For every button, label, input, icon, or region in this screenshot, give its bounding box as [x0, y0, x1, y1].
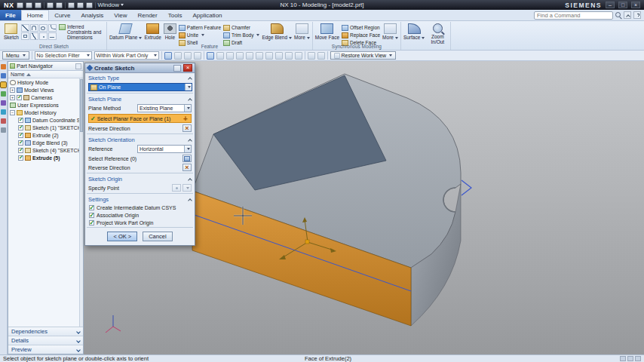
help-icon[interactable]	[633, 11, 641, 19]
checkbox[interactable]	[18, 125, 23, 130]
section-sketch-orientation[interactable]: Sketch Orientation	[85, 135, 195, 144]
trim-body-button[interactable]: Trim Body	[223, 32, 259, 38]
restore-work-view-button[interactable]: Restore Work View	[330, 51, 397, 60]
window-menu[interactable]: Window	[98, 2, 124, 8]
mid-point-icon[interactable]	[226, 52, 234, 60]
status-alert-icon[interactable]	[620, 356, 626, 361]
tree-item-model-history[interactable]: Model History	[8, 109, 79, 116]
offset-region-button[interactable]: Offset Region	[342, 24, 380, 31]
checkbox[interactable]	[18, 140, 23, 146]
reference-dropdown[interactable]: Horizontal	[137, 145, 192, 153]
menu-button[interactable]: Menu	[2, 51, 29, 60]
tree-item-sketch-1[interactable]: Sketch (1) "SKETCH_00...	[8, 124, 79, 131]
tab-analysis[interactable]: Analysis	[75, 10, 109, 20]
highlight-icon[interactable]	[174, 52, 182, 60]
status-resize-grip-icon[interactable]	[635, 356, 641, 361]
expand-icon[interactable]	[10, 95, 15, 100]
arc-center-icon[interactable]	[256, 52, 263, 60]
section-dependencies[interactable]: Dependencies	[8, 327, 83, 336]
rectangle-icon[interactable]	[21, 32, 29, 40]
assembly-navigator-icon[interactable]	[1, 64, 6, 69]
minimize-button[interactable]	[606, 2, 615, 8]
reuse-library-icon[interactable]	[1, 91, 6, 97]
expand-icon[interactable]	[10, 87, 15, 93]
dialog-clip-icon[interactable]	[173, 65, 181, 72]
section-sketch-origin[interactable]: Sketch Origin	[85, 174, 195, 183]
feature-more-button[interactable]: More	[294, 23, 310, 40]
tree-item-extrude-5[interactable]: Extrude (5)	[8, 154, 79, 161]
section-preview[interactable]: Preview	[8, 345, 83, 354]
snap-point-icon[interactable]	[207, 52, 214, 60]
move-face-button[interactable]: Move Face	[315, 23, 339, 40]
reverse-direction-button[interactable]	[182, 164, 192, 171]
collapse-icon[interactable]	[10, 110, 15, 115]
general-selection-icon[interactable]	[184, 52, 192, 60]
surface-button[interactable]: Surface	[403, 23, 425, 40]
reverse-direction-button[interactable]	[182, 124, 192, 132]
save-icon[interactable]	[35, 2, 41, 8]
extrude-button[interactable]: Extrude	[144, 23, 161, 40]
checkbox[interactable]	[18, 155, 23, 161]
pattern-feature-button[interactable]: Pattern Feature	[179, 24, 221, 31]
web-browser-icon[interactable]	[1, 109, 6, 115]
edge-blend-button[interactable]: Edge Blend	[262, 23, 292, 40]
tree-item-model-views[interactable]: Model Views	[8, 86, 79, 94]
shaded-view-icon[interactable]	[308, 52, 315, 60]
zoom-in-out-button[interactable]: Zoom In/Out	[427, 23, 448, 44]
panel-pin-icon[interactable]	[75, 63, 81, 69]
select-all-icon[interactable]	[164, 52, 172, 60]
copy-icon[interactable]	[77, 2, 84, 8]
section-details[interactable]: Details	[8, 336, 83, 345]
new-file-icon[interactable]	[17, 2, 23, 8]
sketch-type-dropdown[interactable]: On Plane	[88, 83, 192, 91]
constraint-navigator-icon[interactable]	[1, 73, 6, 78]
arc-icon[interactable]	[30, 24, 38, 32]
cancel-button[interactable]: Cancel	[143, 232, 172, 241]
control-point-icon[interactable]	[236, 52, 244, 60]
quadrant-point-icon[interactable]	[265, 52, 273, 60]
section-sketch-plane[interactable]: Sketch Plane	[85, 94, 195, 103]
checkbox[interactable]	[18, 118, 23, 123]
dialog-close-icon[interactable]	[183, 64, 192, 72]
column-header-name[interactable]: Name	[8, 71, 83, 78]
tab-curve[interactable]: Curve	[49, 10, 75, 20]
tab-render[interactable]: Render	[132, 10, 162, 20]
tab-home[interactable]: Home	[21, 10, 49, 20]
checkbox[interactable]	[18, 133, 23, 138]
tree-item-sketch-4[interactable]: Sketch (4) "SKETCH_0...	[8, 146, 79, 154]
undo-icon[interactable]	[47, 2, 54, 8]
dialog-title-bar[interactable]: Create Sketch	[85, 63, 195, 73]
tab-application[interactable]: Application	[187, 10, 227, 20]
point-options-button[interactable]	[182, 184, 192, 192]
tab-tools[interactable]: Tools	[163, 10, 188, 20]
select-planar-face-row[interactable]: Select Planar Face or Plane (1)	[88, 114, 192, 123]
synchronous-more-button[interactable]: More	[382, 23, 398, 40]
tab-file[interactable]: File	[0, 10, 21, 20]
checkbox-associative-origin[interactable]: Associative Origin	[85, 211, 195, 219]
section-sketch-type[interactable]: Sketch Type	[85, 73, 195, 82]
inferred-constraints-button[interactable]: Inferred Constraints and Dimensions	[59, 23, 104, 40]
tree-item-user-expressions[interactable]: User Expressions	[8, 101, 79, 109]
paste-icon[interactable]	[86, 2, 93, 8]
point-icon[interactable]	[39, 32, 48, 40]
hd3d-tools-icon[interactable]	[1, 100, 6, 106]
maximize-button[interactable]	[618, 2, 627, 8]
tab-view[interactable]: View	[109, 10, 132, 20]
history-palette-icon[interactable]	[1, 118, 6, 124]
rapid-dimension-icon[interactable]	[48, 32, 57, 40]
checkbox[interactable]	[89, 220, 94, 225]
fit-view-icon[interactable]	[317, 52, 325, 60]
checkbox[interactable]	[89, 213, 94, 218]
circle-icon[interactable]	[39, 24, 48, 32]
find-command-input[interactable]	[534, 11, 613, 20]
system-materials-icon[interactable]	[1, 127, 6, 133]
unite-button[interactable]: Unite	[179, 32, 221, 38]
checkbox[interactable]	[89, 205, 94, 210]
tree-item-history-mode[interactable]: History Mode	[8, 78, 79, 86]
part-navigator-icon[interactable]	[1, 82, 6, 87]
checkbox[interactable]	[18, 148, 23, 153]
profile-icon[interactable]	[21, 24, 29, 32]
select-reference-button[interactable]	[182, 155, 192, 162]
sketch-button[interactable]: Sketch	[4, 23, 19, 40]
ribbon-collapse-icon[interactable]	[624, 11, 631, 19]
